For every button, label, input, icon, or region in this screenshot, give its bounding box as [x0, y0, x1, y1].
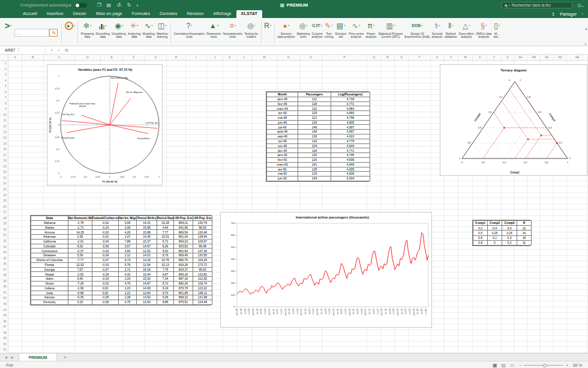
cell[interactable]: 1,23: [119, 286, 137, 291]
cell[interactable]: Georgia: [31, 267, 68, 272]
column-header-H[interactable]: H: [167, 55, 186, 60]
row-header-22[interactable]: 22: [0, 181, 8, 187]
column-header-F[interactable]: F: [123, 55, 145, 60]
row-header-27[interactable]: 27: [0, 210, 8, 216]
cell[interactable]: 118: [298, 101, 331, 106]
cell[interactable]: 12: [517, 226, 532, 231]
ternary-diagram-chart[interactable]: Ternary diagram00,20,40,60,8100,20,40,60…: [440, 64, 587, 176]
cell[interactable]: 10,28: [157, 220, 174, 225]
cell[interactable]: déc-49: [267, 148, 298, 153]
table-header-cell[interactable]: <65 Pop. Est.: [174, 216, 193, 221]
cell[interactable]: 5,004: [331, 176, 370, 181]
cell[interactable]: 121: [298, 115, 331, 120]
feedback-smiley-icon[interactable]: ☺▾: [577, 2, 583, 8]
ribbon-item-method-validation[interactable]: ‖▾Method validation: [443, 19, 458, 46]
cell[interactable]: 0,25: [502, 231, 517, 235]
cell[interactable]: 14,08: [137, 286, 157, 291]
row-header-47[interactable]: 47: [0, 324, 8, 330]
row-header-37[interactable]: 37: [0, 267, 8, 273]
ribbon-item-testing-for-outliers[interactable]: ◎▾Testing for outliers: [244, 19, 259, 46]
cell[interactable]: 123,22: [193, 286, 212, 291]
column-header-M[interactable]: M: [252, 55, 277, 60]
cell[interactable]: 12,52: [137, 249, 157, 253]
cell[interactable]: 119: [298, 139, 331, 143]
cell[interactable]: 826,28: [174, 262, 193, 267]
cell[interactable]: 96,48: [193, 244, 212, 249]
row-header-5[interactable]: 5: [0, 83, 8, 89]
cell[interactable]: 4,905: [331, 120, 370, 125]
row-header-49[interactable]: 49: [0, 336, 8, 342]
cell[interactable]: juin-50: [267, 176, 298, 181]
menu-tab-mise-en-page[interactable]: Mise en page: [91, 10, 127, 18]
row-header-41[interactable]: 41: [0, 290, 8, 296]
cell[interactable]: 4,883: [331, 106, 370, 111]
cell[interactable]: janv-49: [267, 97, 298, 101]
column-header-AD[interactable]: AD: [554, 55, 567, 60]
cell[interactable]: 5,76: [119, 262, 137, 267]
cell[interactable]: 4,718: [331, 97, 370, 101]
ribbon-item-parametric-tests[interactable]: ▲▾Parametric tests: [206, 19, 222, 46]
column-header-AE[interactable]: AE: [567, 55, 588, 60]
cell[interactable]: 130,46: [193, 230, 212, 235]
cell[interactable]: -1,72: [68, 225, 92, 230]
table-header-cell[interactable]: >65 Pop. Est.: [193, 216, 212, 221]
sheet-tab-premium[interactable]: PREMIUM: [19, 354, 58, 361]
ribbon-item-correlation-association-tests[interactable]: ?▾Correlation/Association tests: [173, 19, 205, 46]
row-header-36[interactable]: 36: [0, 261, 8, 267]
variables-correlation-circle-chart[interactable]: Variables (axes F1 and F2: 67,72 %)-1-1-…: [47, 64, 163, 186]
cell[interactable]: 851,89: [174, 291, 193, 295]
cell[interactable]: 4,905: [331, 167, 370, 172]
zoom-level[interactable]: 89 %: [573, 363, 582, 367]
cell[interactable]: 9,70: [157, 291, 174, 295]
cell[interactable]: 4,76: [119, 281, 137, 286]
cell[interactable]: 1,21: [119, 291, 137, 295]
cell[interactable]: -0,03: [92, 262, 119, 267]
cell[interactable]: 4,644: [331, 143, 370, 148]
cell[interactable]: Illinois: [31, 281, 68, 286]
cell[interactable]: 10,51: [157, 235, 174, 240]
states-data-table[interactable]: StateNet Domestic Mig.Federal/Civilian m…: [30, 215, 211, 306]
cell[interactable]: 868,32: [174, 295, 193, 300]
more-actions-icon[interactable]: ▾: [137, 4, 139, 7]
ribbon-item-marketing-tools[interactable]: ◎▾Marketing tools: [296, 19, 311, 46]
zoom-slider[interactable]: [524, 365, 563, 366]
cell[interactable]: 15,44: [137, 272, 157, 277]
cell[interactable]: 14,35: [137, 235, 157, 240]
cell[interactable]: nov-49: [267, 143, 298, 148]
cell[interactable]: 18: [517, 235, 532, 240]
cell[interactable]: 14,41: [137, 220, 157, 225]
cell[interactable]: 0,2: [502, 240, 517, 245]
cell[interactable]: 0,5: [473, 231, 488, 235]
cell[interactable]: Iowa: [31, 291, 68, 295]
cell[interactable]: 0,4: [488, 226, 502, 231]
cell[interactable]: 9,00: [157, 249, 174, 253]
table-header-cell[interactable]: Passengers: [298, 92, 331, 97]
cell[interactable]: -5,68: [68, 291, 92, 295]
cell[interactable]: 12,54: [137, 262, 157, 267]
column-header-S[interactable]: S: [395, 55, 409, 60]
row-headers[interactable]: 1234567891011121314151617181920212223242…: [0, 61, 8, 353]
cell[interactable]: 887,18: [174, 277, 193, 282]
cell[interactable]: 4,29: [119, 230, 137, 235]
cell[interactable]: -0,29: [92, 272, 119, 277]
cell[interactable]: 2,28: [119, 295, 137, 300]
cell[interactable]: Idaho: [31, 277, 68, 282]
table-header-cell[interactable]: Net Domestic Mig.: [68, 216, 92, 221]
cell[interactable]: -0,01: [92, 235, 119, 240]
cell[interactable]: Indiana: [31, 286, 68, 291]
cell[interactable]: mars-49: [267, 106, 298, 111]
cell[interactable]: 903,52: [174, 244, 193, 249]
cell[interactable]: 130,55: [193, 253, 212, 258]
next-sheet-icon[interactable]: ▶: [11, 355, 14, 359]
airline-passengers-line-chart[interactable]: International airline passengers (thousa…: [220, 212, 432, 328]
column-header-I[interactable]: I: [186, 55, 207, 60]
cell[interactable]: janv-50: [267, 153, 298, 158]
ribbon-item-survival-analysis[interactable]: ⚕▾Survival analysis: [431, 19, 443, 46]
table-header-cell[interactable]: Period Births: [137, 216, 157, 221]
prev-sheet-icon[interactable]: ◀: [5, 355, 7, 359]
row-header-40[interactable]: 40: [0, 284, 8, 290]
ribbon-item-xlstat-logo[interactable]: >▾: [4, 19, 13, 46]
cell[interactable]: 8,79: [157, 253, 174, 258]
ribbon-search-input[interactable]: [14, 29, 49, 37]
cell[interactable]: -1,99: [68, 286, 92, 291]
